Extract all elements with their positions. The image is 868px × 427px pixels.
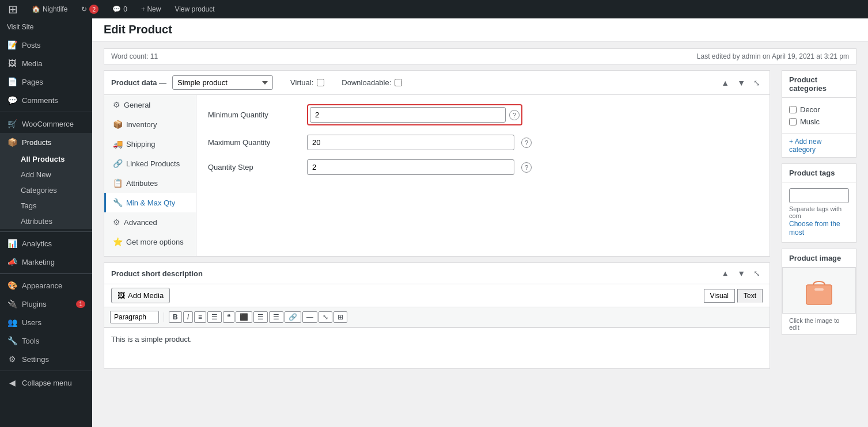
- tags-link[interactable]: Tags: [0, 198, 92, 214]
- short-desc-up-button[interactable]: ▲: [719, 268, 731, 279]
- collapse-menu-button[interactable]: ◀ Collapse menu: [0, 373, 92, 392]
- editor-content-area[interactable]: This is a simple product.: [104, 327, 770, 368]
- blockquote-button[interactable]: ❝: [223, 311, 234, 323]
- more-button[interactable]: ⊞: [333, 311, 347, 323]
- decor-checkbox[interactable]: [789, 106, 797, 113]
- short-desc-controls: ▲ ▼ ⤡: [719, 268, 763, 279]
- nav-advanced[interactable]: ⚙ Advanced: [104, 212, 196, 232]
- link-button[interactable]: 🔗: [285, 311, 301, 323]
- category-decor: Decor: [789, 104, 849, 116]
- sidebar-item-settings[interactable]: ⚙ Settings: [0, 350, 92, 368]
- categories-link[interactable]: Categories: [0, 182, 92, 198]
- sidebar: Visit Site 📝 Posts 🖼 Media 📄 Pages 💬 Com…: [0, 18, 92, 427]
- tags-input[interactable]: [789, 188, 849, 203]
- sidebar-item-appearance[interactable]: 🎨 Appearance: [0, 276, 92, 295]
- fullscreen-button[interactable]: ⤡: [319, 311, 332, 323]
- view-product-button[interactable]: View product: [171, 0, 218, 18]
- product-type-select[interactable]: Simple product Variable product Grouped …: [172, 75, 273, 90]
- appearance-label: Appearance: [22, 281, 62, 290]
- product-tags-box: Product tags Separate tags with com Choo…: [782, 163, 856, 243]
- content-area: Word count: 11 Last edited by admin on A…: [92, 41, 868, 382]
- wp-logo-icon: ⊞: [8, 2, 18, 16]
- wp-logo-button[interactable]: ⊞: [5, 0, 21, 18]
- nav-advanced-label: Advanced: [124, 218, 157, 227]
- add-new-link[interactable]: Add New: [0, 167, 92, 182]
- sidebar-item-media[interactable]: 🖼 Media: [0, 54, 92, 73]
- paragraph-select[interactable]: Paragraph: [110, 311, 159, 323]
- quantity-step-input[interactable]: [307, 159, 514, 175]
- updates-button[interactable]: ↻ 2: [78, 0, 102, 18]
- italic-button[interactable]: I: [183, 311, 193, 323]
- bold-button[interactable]: B: [169, 311, 182, 323]
- posts-label: Posts: [22, 41, 41, 49]
- virtual-label: Virtual:: [290, 78, 313, 87]
- new-button[interactable]: + New: [138, 0, 164, 18]
- product-image-thumb[interactable]: [782, 268, 856, 314]
- virtual-checkbox-group: Virtual:: [290, 78, 324, 87]
- product-image-box: Product image Click the image to edit: [782, 249, 856, 335]
- maximum-quantity-label: Maximum Quantity: [208, 138, 300, 147]
- sidebar-item-comments[interactable]: 💬 Comments: [0, 91, 92, 109]
- nav-minmax[interactable]: 🔧 Min & Max Qty: [104, 193, 196, 212]
- word-count: Word count: 11: [111, 52, 158, 60]
- downloadable-checkbox[interactable]: [395, 79, 402, 86]
- add-media-button[interactable]: 🖼 Add Media: [111, 288, 170, 303]
- expand-button[interactable]: ⤡: [751, 77, 763, 89]
- unordered-list-button[interactable]: ☰: [207, 311, 222, 323]
- short-desc-expand-button[interactable]: ⤡: [751, 268, 763, 279]
- add-category-link[interactable]: + Add new category: [782, 134, 856, 157]
- product-data-nav: ⚙ General 📦 Inventory 🚚 Shipping: [104, 95, 196, 256]
- horizontal-rule-button[interactable]: —: [302, 311, 317, 323]
- minmax-icon: 🔧: [113, 198, 123, 207]
- visit-site-link[interactable]: Visit Site: [0, 18, 92, 36]
- product-categories-box: Product categories Decor Music + Add: [782, 70, 856, 158]
- choose-tags-link[interactable]: Choose from the most: [789, 220, 840, 237]
- sidebar-item-users[interactable]: 👥 Users: [0, 313, 92, 331]
- woo-label: WooCommerce: [22, 120, 74, 128]
- sidebar-item-analytics[interactable]: 📊 Analytics: [0, 234, 92, 253]
- music-checkbox[interactable]: [789, 118, 797, 125]
- sidebar-item-plugins[interactable]: 🔌 Plugins 1: [0, 295, 92, 313]
- all-products-link[interactable]: All Products: [0, 151, 92, 167]
- nav-linked-products[interactable]: 🔗 Linked Products: [104, 154, 196, 173]
- short-desc-down-button[interactable]: ▼: [735, 268, 748, 279]
- attributes-link[interactable]: Attributes: [0, 214, 92, 229]
- ordered-list-button[interactable]: ≡: [194, 311, 206, 323]
- sidebar-item-tools[interactable]: 🔧 Tools: [0, 331, 92, 350]
- general-icon: ⚙: [113, 100, 120, 109]
- sidebar-item-posts[interactable]: 📝 Posts: [0, 36, 92, 54]
- collapse-label: Collapse menu: [22, 379, 72, 387]
- editor-content[interactable]: This is a simple product.: [104, 328, 770, 368]
- site-name-button[interactable]: 🏠 Nightlife: [28, 0, 71, 18]
- nav-attributes[interactable]: 📋 Attributes: [104, 173, 196, 193]
- sidebar-item-pages[interactable]: 📄 Pages: [0, 73, 92, 91]
- sidebar-item-woocommerce[interactable]: 🛒 WooCommerce: [0, 115, 92, 133]
- nav-linked-label: Linked Products: [126, 159, 180, 168]
- word-count-bar: Word count: 11 Last edited by admin on A…: [104, 48, 856, 64]
- visual-tab[interactable]: Visual: [704, 289, 735, 303]
- text-tab[interactable]: Text: [737, 289, 763, 303]
- nav-shipping[interactable]: 🚚 Shipping: [104, 134, 196, 154]
- linked-icon: 🔗: [113, 159, 123, 168]
- last-edited: Last edited by admin on April 19, 2021 a…: [697, 52, 849, 60]
- maximum-quantity-help-icon[interactable]: ?: [521, 138, 532, 148]
- virtual-checkbox[interactable]: [317, 79, 324, 86]
- align-left-button[interactable]: ⬛: [236, 311, 252, 323]
- sidebar-item-marketing[interactable]: 📣 Marketing: [0, 253, 92, 271]
- minimum-quantity-input[interactable]: [310, 107, 506, 123]
- maximum-quantity-input[interactable]: [307, 135, 514, 150]
- nav-get-options[interactable]: ⭐ Get more options: [104, 232, 196, 251]
- collapse-up-button[interactable]: ▲: [719, 77, 731, 89]
- minimum-quantity-help-icon[interactable]: ?: [509, 110, 520, 120]
- plugins-badge: 1: [76, 300, 85, 308]
- add-media-label: Add Media: [128, 291, 164, 300]
- maximum-quantity-row: Maximum Quantity ?: [208, 135, 758, 150]
- nav-inventory[interactable]: 📦 Inventory: [104, 115, 196, 134]
- nav-general[interactable]: ⚙ General: [104, 95, 196, 115]
- quantity-step-help-icon[interactable]: ?: [521, 162, 532, 173]
- comments-button[interactable]: 💬 0: [109, 0, 131, 18]
- align-center-button[interactable]: ☰: [253, 311, 268, 323]
- sidebar-item-products[interactable]: 📦 Products: [0, 133, 92, 151]
- collapse-down-button[interactable]: ▼: [735, 77, 748, 89]
- align-right-button[interactable]: ☰: [269, 311, 283, 323]
